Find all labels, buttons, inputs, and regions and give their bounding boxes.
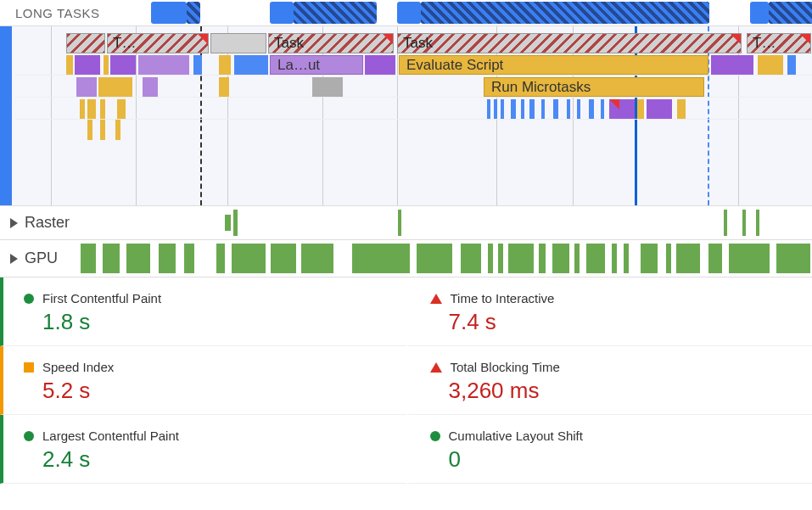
thread-marker bbox=[0, 26, 12, 205]
status-triangle-icon bbox=[430, 362, 442, 373]
metric-label: First Contentful Paint bbox=[42, 291, 161, 305]
raster-track-row[interactable]: Raster bbox=[0, 205, 812, 239]
status-dot-icon bbox=[430, 431, 440, 441]
task-block[interactable]: T… bbox=[747, 33, 811, 53]
metric-value: 7.4 s bbox=[449, 309, 796, 335]
run-microtasks-label: Run Microtasks bbox=[491, 79, 591, 96]
warning-flag-icon bbox=[800, 34, 810, 44]
task-block[interactable] bbox=[66, 33, 105, 53]
evaluate-script-label: Evaluate Script bbox=[406, 57, 503, 74]
status-triangle-icon bbox=[430, 294, 442, 304]
metric-tti[interactable]: Time to Interactive 7.4 s bbox=[406, 277, 813, 346]
task-label: T… bbox=[753, 35, 776, 52]
task-block[interactable]: T… bbox=[107, 33, 209, 53]
layout-block[interactable]: La…ut bbox=[270, 55, 363, 75]
flame-chart[interactable]: T… Task Task T… La…ut bbox=[0, 25, 812, 205]
metric-label: Total Blocking Time bbox=[451, 360, 560, 374]
task-label: T… bbox=[113, 35, 136, 52]
gpu-track-row[interactable]: GPU bbox=[0, 239, 812, 277]
metric-cls[interactable]: Cumulative Layout Shift 0 bbox=[406, 415, 813, 484]
status-square-icon bbox=[24, 362, 34, 373]
metric-label: Time to Interactive bbox=[451, 291, 555, 305]
long-tasks-row: LONG TASKS bbox=[0, 0, 812, 25]
warning-flag-icon bbox=[198, 34, 208, 44]
long-tasks-label: LONG TASKS bbox=[15, 6, 151, 20]
metric-lcp[interactable]: Largest Contentful Paint 2.4 s bbox=[0, 415, 406, 484]
task-label: Task bbox=[274, 35, 304, 52]
warning-flag-icon bbox=[383, 34, 393, 44]
metric-value: 2.4 s bbox=[42, 446, 389, 473]
layout-label: La…ut bbox=[277, 57, 320, 74]
gpu-strip[interactable] bbox=[81, 244, 812, 273]
long-tasks-strip[interactable] bbox=[151, 2, 812, 24]
expand-icon[interactable] bbox=[10, 218, 18, 228]
flame-detail: La…ut Evaluate Script Run Microtasks bbox=[15, 55, 812, 205]
evaluate-script-block[interactable]: Evaluate Script bbox=[399, 55, 708, 75]
task-block[interactable]: Task bbox=[397, 33, 742, 53]
metric-label: Speed Index bbox=[42, 360, 114, 374]
task-block[interactable] bbox=[210, 33, 266, 53]
warning-flag-icon bbox=[731, 34, 741, 44]
gpu-label: GPU bbox=[25, 249, 58, 267]
metric-value: 0 bbox=[449, 446, 796, 473]
metrics-grid: First Contentful Paint 1.8 s Time to Int… bbox=[0, 277, 812, 484]
status-dot-icon bbox=[24, 294, 34, 304]
task-block[interactable]: Task bbox=[268, 33, 394, 53]
expand-icon[interactable] bbox=[10, 254, 18, 264]
metric-tbt[interactable]: Total Blocking Time 3,260 ms bbox=[406, 346, 813, 415]
status-dot-icon bbox=[24, 431, 34, 441]
metric-value: 5.2 s bbox=[42, 378, 389, 404]
run-microtasks-block[interactable]: Run Microtasks bbox=[484, 77, 704, 97]
metric-label: Largest Contentful Paint bbox=[42, 429, 179, 443]
raster-label: Raster bbox=[25, 214, 70, 232]
task-label: Task bbox=[403, 35, 433, 52]
metric-value: 3,260 ms bbox=[449, 378, 796, 404]
metric-value: 1.8 s bbox=[42, 309, 389, 335]
metric-fcp[interactable]: First Contentful Paint 1.8 s bbox=[0, 277, 406, 346]
metric-label: Cumulative Layout Shift bbox=[449, 429, 583, 443]
metric-si[interactable]: Speed Index 5.2 s bbox=[0, 346, 406, 415]
warning-flag-icon bbox=[609, 99, 619, 109]
raster-strip[interactable] bbox=[81, 210, 812, 236]
task-track: T… Task Task T… bbox=[15, 33, 812, 53]
